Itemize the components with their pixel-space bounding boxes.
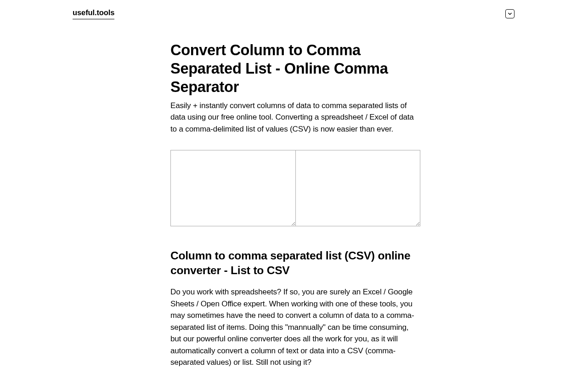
main-content: Convert Column to Comma Separated List -… [170,19,421,368]
section-heading: Column to comma separated list (CSV) onl… [170,248,421,278]
converter-row [170,150,421,226]
site-logo[interactable]: useful.tools [73,8,114,19]
page-subtitle: Easily + instantly convert columns of da… [170,100,421,135]
site-header: useful.tools [0,0,588,19]
menu-toggle-button[interactable] [505,9,514,18]
section-body: Do you work with spreadsheets? If so, yo… [170,286,421,368]
page-title: Convert Column to Comma Separated List -… [170,41,421,97]
column-input[interactable] [170,150,295,226]
csv-output[interactable] [295,150,420,226]
chevron-down-icon [508,12,512,16]
